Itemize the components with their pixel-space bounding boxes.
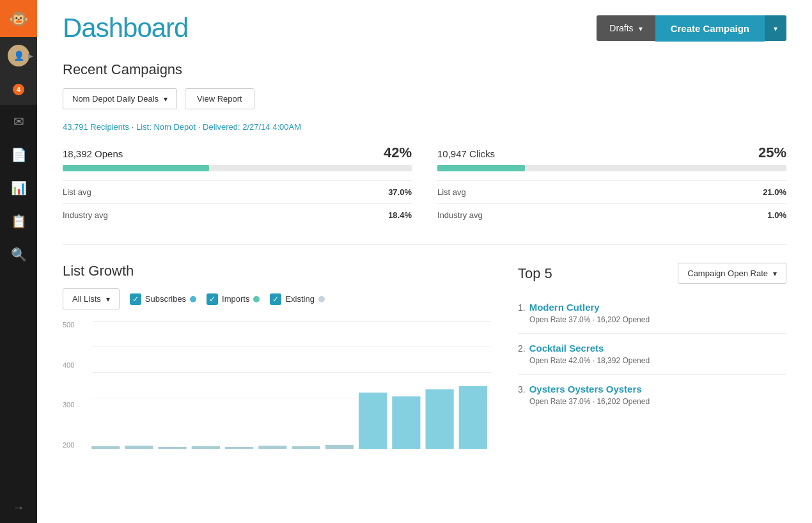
top5-name-link-2[interactable]: Cocktail Secrets bbox=[529, 343, 604, 354]
top5-rank-2: 2. bbox=[518, 343, 526, 354]
clicks-pct: 25% bbox=[758, 144, 786, 161]
subscribes-dot bbox=[190, 296, 196, 302]
chart-controls: All Lists ✓ Subscribes ✓ Imports ✓ Exist… bbox=[63, 288, 492, 309]
clicks-stat-block: 10,947 Clicks 25% List avg 21.0% Industr… bbox=[437, 144, 786, 226]
drafts-button[interactable]: Drafts bbox=[597, 15, 655, 41]
opens-label: 18,392 Opens bbox=[63, 148, 123, 159]
opens-progress-fill bbox=[63, 165, 209, 171]
bar-10 bbox=[426, 389, 454, 449]
recipients-count: 43,791 Recipients bbox=[63, 122, 129, 132]
lists-icon: 📋 bbox=[11, 214, 27, 229]
view-report-button[interactable]: View Report bbox=[185, 88, 254, 109]
top5-rank-1: 1. bbox=[518, 302, 526, 313]
all-lists-chevron-icon bbox=[106, 294, 110, 304]
top5-metric-dropdown[interactable]: Campaign Open Rate bbox=[678, 263, 786, 284]
sidebar-item-lists[interactable]: 📋 bbox=[0, 205, 37, 238]
meta-delivered-prefix: Delivered: bbox=[203, 122, 240, 132]
user-avatar-button[interactable]: 👤 ▶ bbox=[0, 37, 37, 74]
clicks-stat-header: 10,947 Clicks 25% bbox=[437, 144, 786, 161]
clicks-list-avg-val: 21.0% bbox=[763, 187, 786, 197]
bar-8 bbox=[359, 393, 387, 449]
avatar-image: 👤 bbox=[13, 51, 24, 61]
create-campaign-more-button[interactable] bbox=[765, 15, 786, 41]
meta-list-name-link[interactable]: Nom Depot bbox=[153, 122, 196, 132]
top5-detail-2: Open Rate 42.0% · 18,392 Opened bbox=[518, 356, 786, 365]
bar-6-existing bbox=[292, 446, 320, 449]
meta-list-prefix: List: bbox=[136, 122, 152, 132]
list-growth-section: List Growth All Lists ✓ Subscribes ✓ Imp… bbox=[63, 263, 492, 449]
reports-icon: 📄 bbox=[11, 147, 27, 162]
top5-name-link-1[interactable]: Modern Cutlery bbox=[529, 302, 600, 313]
sidebar-expand-button[interactable]: → bbox=[0, 492, 37, 523]
y-label-400: 400 bbox=[63, 361, 88, 369]
opens-progress-bg bbox=[63, 165, 412, 171]
drafts-chevron-icon bbox=[639, 23, 643, 33]
opens-list-avg-label: List avg bbox=[63, 187, 91, 197]
sidebar-item-analytics[interactable]: 📊 bbox=[0, 171, 37, 205]
all-lists-dropdown[interactable]: All Lists bbox=[63, 288, 120, 309]
sidebar-badge-area[interactable]: 4 bbox=[0, 74, 37, 105]
opens-pct: 42% bbox=[384, 144, 412, 161]
existing-dot bbox=[318, 296, 325, 302]
bar-0-existing bbox=[91, 446, 120, 449]
campaign-controls: Nom Depot Daily Deals View Report bbox=[63, 88, 786, 109]
campaign-dropdown-chevron-icon bbox=[164, 94, 168, 104]
top5-row-3: 3. Oysters Oysters Oysters bbox=[518, 384, 786, 394]
top5-name-link-3[interactable]: Oysters Oysters Oysters bbox=[529, 384, 642, 394]
create-campaign-label: Create Campaign bbox=[671, 23, 749, 34]
section-divider bbox=[63, 244, 786, 245]
imports-dot bbox=[253, 296, 260, 302]
opens-industry-avg-label: Industry avg bbox=[63, 210, 108, 220]
top5-detail-3: Open Rate 37.0% · 16,202 Opened bbox=[518, 397, 786, 406]
top5-section: Top 5 Campaign Open Rate 1. Modern Cutle… bbox=[518, 263, 786, 415]
create-campaign-button[interactable]: Create Campaign bbox=[655, 15, 765, 42]
sidebar: 🐵 👤 ▶ 4 ✉ 📄 📊 📋 🔍 → bbox=[0, 0, 37, 523]
search-icon: 🔍 bbox=[11, 247, 27, 262]
campaigns-icon: ✉ bbox=[13, 114, 24, 129]
sidebar-item-reports[interactable]: 📄 bbox=[0, 138, 37, 171]
app-logo: 🐵 bbox=[0, 0, 37, 37]
bar-1-existing bbox=[125, 446, 153, 449]
view-report-label: View Report bbox=[197, 94, 242, 104]
y-label-300: 300 bbox=[63, 401, 88, 409]
top5-item-2: 2. Cocktail Secrets Open Rate 42.0% · 18… bbox=[518, 334, 786, 375]
top5-item-3: 3. Oysters Oysters Oysters Open Rate 37.… bbox=[518, 375, 786, 415]
top5-item-1: 1. Modern Cutlery Open Rate 37.0% · 16,2… bbox=[518, 293, 786, 334]
list-growth-title: List Growth bbox=[63, 263, 492, 279]
opens-stat-header: 18,392 Opens 42% bbox=[63, 144, 412, 161]
avatar: 👤 bbox=[8, 45, 29, 66]
clicks-label: 10,947 Clicks bbox=[437, 148, 495, 159]
chart-y-labels: 200 300 400 500 bbox=[63, 321, 88, 449]
clicks-list-avg-row: List avg 21.0% bbox=[437, 180, 786, 203]
y-label-200: 200 bbox=[63, 441, 88, 449]
top5-metric-label: Campaign Open Rate bbox=[687, 269, 768, 278]
imports-checkbox-item[interactable]: ✓ Imports bbox=[207, 293, 260, 305]
clicks-industry-avg-val: 1.0% bbox=[767, 210, 786, 220]
all-lists-label: All Lists bbox=[72, 294, 101, 304]
bar-3-existing bbox=[192, 446, 220, 449]
arrow-right-icon: → bbox=[13, 501, 24, 515]
bar-5-existing bbox=[258, 446, 286, 449]
meta-sep-1: · bbox=[132, 122, 136, 132]
opens-list-avg-val: 37.0% bbox=[388, 187, 412, 197]
clicks-progress-fill bbox=[437, 165, 525, 171]
opens-stat-block: 18,392 Opens 42% List avg 37.0% Industry… bbox=[63, 144, 412, 226]
campaign-meta: 43,791 Recipients · List: Nom Depot · De… bbox=[63, 122, 786, 132]
campaign-name-label: Nom Depot Daily Deals bbox=[72, 94, 159, 104]
imports-checkbox[interactable]: ✓ bbox=[207, 293, 218, 305]
sidebar-item-search[interactable]: 🔍 bbox=[0, 238, 37, 271]
subscribes-checkbox[interactable]: ✓ bbox=[130, 293, 141, 305]
subscribes-checkbox-item[interactable]: ✓ Subscribes bbox=[130, 293, 196, 305]
bar-7-existing bbox=[325, 445, 354, 449]
clicks-industry-avg-row: Industry avg 1.0% bbox=[437, 203, 786, 226]
page-header: Dashboard Drafts Create Campaign bbox=[63, 13, 786, 43]
existing-checkbox[interactable]: ✓ bbox=[270, 293, 281, 305]
analytics-icon: 📊 bbox=[11, 180, 27, 196]
existing-checkbox-item[interactable]: ✓ Existing bbox=[270, 293, 325, 305]
meta-sep-2: · bbox=[198, 122, 203, 132]
campaign-select-dropdown[interactable]: Nom Depot Daily Deals bbox=[63, 88, 177, 109]
top5-rank-3: 3. bbox=[518, 384, 526, 394]
sidebar-item-campaigns[interactable]: ✉ bbox=[0, 105, 37, 138]
bar-chart: 200 300 400 500 bbox=[63, 321, 492, 449]
top5-header: Top 5 Campaign Open Rate bbox=[518, 263, 786, 284]
